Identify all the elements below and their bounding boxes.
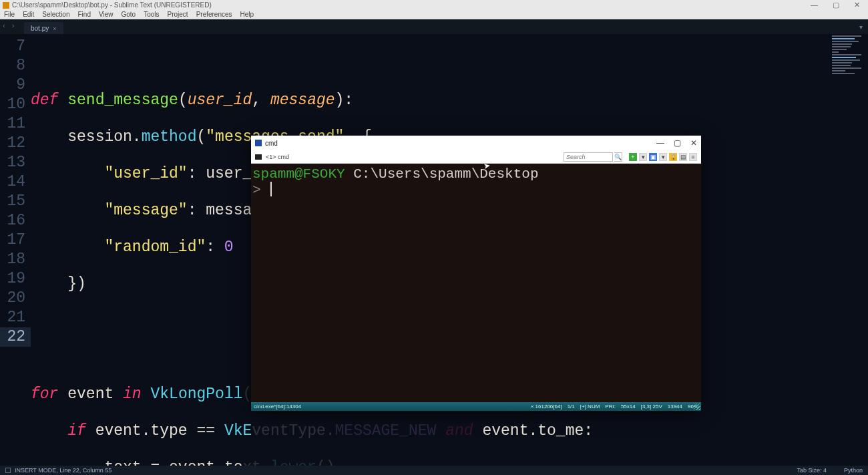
cmd-status-seg-2: [+] NUM bbox=[580, 404, 600, 410]
cmd-toolbar: + ▾ ▣ ▾ 🔒 ▤ ≡ bbox=[629, 153, 697, 161]
sublime-app-icon bbox=[3, 2, 9, 9]
status-panel-icon[interactable] bbox=[5, 468, 11, 473]
cmd-status-seg-1: 1/1 bbox=[568, 404, 575, 410]
tab-close-icon[interactable]: × bbox=[53, 25, 56, 32]
sublime-close-button[interactable]: ✕ bbox=[854, 1, 860, 9]
menu-find[interactable]: Find bbox=[78, 11, 91, 18]
cmd-terminal-body[interactable]: spamm@FSOKY C:\Users\spamm\Desktop > bbox=[251, 164, 701, 402]
menu-file[interactable]: File bbox=[4, 11, 15, 18]
menu-goto[interactable]: Goto bbox=[121, 11, 136, 18]
menu-view[interactable]: View bbox=[99, 11, 114, 18]
cmd-status-seg-5: [3,3] 25V bbox=[641, 404, 662, 410]
menu-preferences[interactable]: Preferences bbox=[196, 11, 232, 18]
cmd-search-input[interactable] bbox=[564, 152, 613, 162]
file-tab-botpy[interactable]: bot.py × bbox=[24, 22, 63, 34]
cmd-minimize-button[interactable]: — bbox=[656, 138, 664, 148]
nav-fwd-icon[interactable]: › bbox=[12, 21, 15, 29]
cmd-title-text: cmd bbox=[265, 140, 278, 147]
sublime-maximize-button[interactable]: ▢ bbox=[833, 1, 839, 9]
cmd-titlebar[interactable]: cmd — ▢ ✕ bbox=[251, 136, 701, 150]
sublime-title-text: C:\Users\spamm\Desktop\bot.py - Sublime … bbox=[12, 1, 212, 9]
cmd-status-seg-0: « 161206[64] bbox=[531, 404, 562, 410]
cmd-toolbar-doc-icon[interactable]: ▤ bbox=[679, 153, 687, 161]
cmd-statusbar: cmd.exe*[64]:14304 « 161206[64] 1/1 [+] … bbox=[251, 402, 701, 411]
menu-project[interactable]: Project bbox=[168, 11, 188, 18]
cmd-user: spamm@FSOKY bbox=[252, 166, 345, 182]
cmd-tab-icon bbox=[255, 154, 262, 160]
gutter: 78910111213141516171819202122 bbox=[0, 34, 31, 466]
cmd-toolbar-dropdown-icon[interactable]: ▾ bbox=[639, 153, 647, 161]
cmd-toolbar-lock-icon[interactable]: 🔒 bbox=[669, 153, 677, 161]
cmd-toolbar-window-icon[interactable]: ▣ bbox=[649, 153, 657, 161]
cmd-status-seg-3: PRI: bbox=[605, 404, 616, 410]
cmd-status-process: cmd.exe*[64]:14304 bbox=[254, 404, 301, 410]
nav-back-icon[interactable]: ‹ bbox=[3, 21, 5, 29]
cmd-path: C:\Users\spamm\Desktop bbox=[353, 166, 538, 182]
status-tabsize[interactable]: Tab Size: 4 bbox=[797, 467, 827, 474]
cmd-close-button[interactable]: ✕ bbox=[690, 138, 697, 148]
menu-tools[interactable]: Tools bbox=[144, 11, 159, 18]
cmd-prompt-char: > bbox=[252, 182, 261, 198]
sublime-minimize-button[interactable]: — bbox=[811, 1, 818, 9]
cmd-app-icon bbox=[255, 140, 262, 146]
menu-selection[interactable]: Selection bbox=[42, 11, 69, 18]
cmd-cursor bbox=[270, 182, 272, 196]
sublime-tabbar: ‹ › bot.py × ▾ bbox=[0, 19, 868, 34]
tab-overflow-icon[interactable]: ▾ bbox=[859, 23, 863, 31]
cmd-tabbar: <1> cmd 🔍 + ▾ ▣ ▾ 🔒 ▤ ≡ bbox=[251, 150, 701, 164]
cmd-resize-grip[interactable] bbox=[694, 404, 700, 410]
menu-edit[interactable]: Edit bbox=[23, 11, 34, 18]
status-cursor-info: INSERT MODE, Line 22, Column 55 bbox=[15, 467, 112, 474]
cmd-search-icon[interactable]: 🔍 bbox=[614, 152, 622, 162]
cmd-toolbar-plus-icon[interactable]: + bbox=[629, 153, 637, 161]
cmd-toolbar-menu-icon[interactable]: ≡ bbox=[689, 153, 697, 161]
sublime-titlebar[interactable]: C:\Users\spamm\Desktop\bot.py - Sublime … bbox=[0, 0, 868, 10]
cmd-window[interactable]: cmd — ▢ ✕ <1> cmd 🔍 + ▾ ▣ ▾ 🔒 ▤ ≡ spamm@… bbox=[251, 136, 701, 411]
cmd-toolbar-dropdown2-icon[interactable]: ▾ bbox=[659, 153, 667, 161]
cmd-maximize-button[interactable]: ▢ bbox=[674, 138, 681, 148]
cmd-status-seg-4: 55x14 bbox=[621, 404, 636, 410]
minimap[interactable] bbox=[828, 34, 868, 101]
status-language[interactable]: Python bbox=[844, 467, 863, 474]
tab-label: bot.py bbox=[31, 25, 49, 32]
cmd-tab-label[interactable]: <1> cmd bbox=[266, 154, 289, 160]
menu-help[interactable]: Help bbox=[240, 11, 254, 18]
sublime-statusbar: INSERT MODE, Line 22, Column 55 Tab Size… bbox=[0, 466, 868, 475]
cmd-status-seg-6: 13944 bbox=[668, 404, 682, 410]
sublime-menubar: File Edit Selection Find View Goto Tools… bbox=[0, 10, 868, 19]
